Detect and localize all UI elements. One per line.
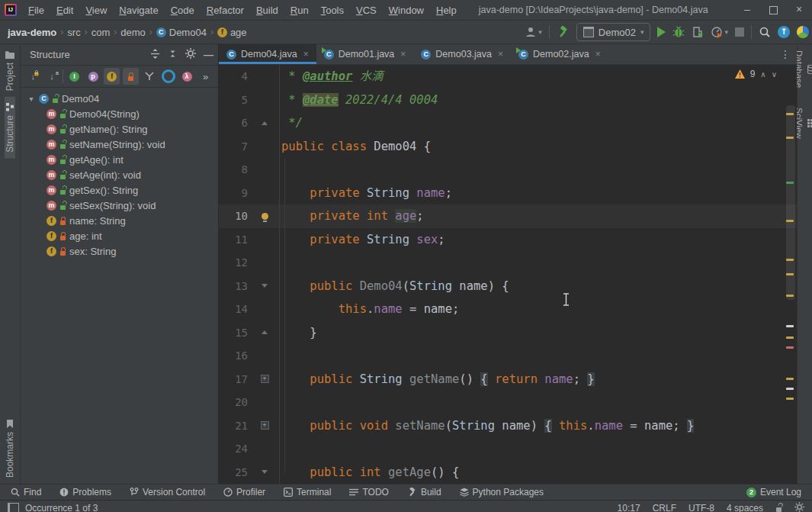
ok-mark[interactable] [786,182,794,184]
close-icon[interactable]: × [595,49,601,60]
caret-position[interactable]: 10:17 [618,503,640,512]
menu-run[interactable]: Run [285,3,314,18]
tab-demo01[interactable]: CDemo01.java× [316,44,414,64]
tool-button-build[interactable]: Build [407,487,441,498]
tree-item-method[interactable]: mgetSex(): String [21,182,218,198]
breadcrumb-demo[interactable]: demo [120,27,146,38]
breadcrumb-field[interactable]: fage [217,27,247,38]
tree-item-method[interactable]: msetSex(String): void [21,198,218,213]
intention-bulb-icon[interactable] [262,213,268,220]
fold-end-icon[interactable] [262,121,268,125]
build-project-button[interactable] [557,26,570,38]
show-fields-icon[interactable]: f [104,68,120,85]
code-with-me-sphere-icon[interactable] [797,26,809,38]
menu-navigate[interactable]: Navigate [114,3,163,18]
tool-button-event-log[interactable]: 2 Event Log [746,487,801,498]
sidebar-tab-database[interactable]: Database [794,50,812,88]
sidebar-tab-structure[interactable]: Structure [5,97,15,159]
warning-mark[interactable] [786,113,794,115]
close-icon[interactable]: × [400,49,406,60]
menu-window[interactable]: Window [384,3,429,18]
tool-button-version-control[interactable]: Version Control [130,487,205,498]
menu-help[interactable]: Help [431,3,462,18]
show-anonymous-icon[interactable] [142,68,158,85]
tree-item-field[interactable]: fsex: String [21,243,218,259]
tab-demo03[interactable]: CDemo03.java× [413,44,511,64]
tool-button-find[interactable]: Find [11,487,41,498]
tool-button-terminal[interactable]: Terminal [284,487,331,498]
settings-gear-icon[interactable] [185,48,196,61]
warning-mark[interactable] [786,137,794,139]
menu-refactor[interactable]: Refactor [201,3,249,18]
sidebar-tab-project[interactable]: Project [5,44,15,97]
profiler-button[interactable]: ▾ [711,26,728,38]
ide-update-icon[interactable]: ↑ [778,26,790,38]
menu-view[interactable]: View [80,3,112,18]
more-filters-icon[interactable]: » [197,68,213,85]
warning-mark[interactable] [786,295,794,297]
close-button[interactable]: × [786,1,812,19]
tree-item-method[interactable]: mgetAge(): int [21,152,218,167]
maximize-button[interactable] [760,1,786,19]
run-with-coverage-button[interactable] [692,26,704,38]
fold-expand-icon[interactable] [261,375,269,383]
warning-mark[interactable] [786,398,794,400]
tool-window-toggle-icon[interactable] [8,503,19,512]
close-icon[interactable]: × [303,49,309,60]
line-endings[interactable]: CRLF [653,503,676,512]
breadcrumb-project[interactable]: java-demo [8,27,56,38]
tree-item-method[interactable]: msetName(String): void [21,137,218,152]
tree-item-method[interactable]: msetAge(int): void [21,167,218,182]
warning-mark[interactable] [786,259,794,261]
field-mark[interactable] [786,346,794,349]
tab-options-kebab-icon[interactable]: ⋮ [774,44,797,64]
expand-all-icon[interactable] [150,49,160,61]
tool-button-profiler[interactable]: Profiler [223,487,265,498]
run-configuration-select[interactable]: Demo02 ▾ [576,23,651,41]
menu-file[interactable]: File [23,3,50,18]
show-inherited-icon[interactable]: I [66,68,82,85]
tab-demo02[interactable]: CDemo02.java× [511,44,608,64]
breadcrumb-class[interactable]: CDemo04 [156,27,207,38]
indent-setting[interactable]: 4 spaces [727,503,763,512]
fold-open-icon[interactable] [262,470,268,474]
breadcrumb-com[interactable]: com [91,27,111,38]
menu-tools[interactable]: Tools [316,3,349,18]
show-lambdas-pink-icon[interactable]: λ [179,68,195,85]
tool-button-problems[interactable]: Problems [59,487,111,498]
stop-button[interactable] [735,27,744,37]
sidebar-tab-bookmarks[interactable]: Bookmarks [5,414,15,484]
error-stripe[interactable] [783,65,797,484]
menu-build[interactable]: Build [251,3,284,18]
scrollbar-thumb[interactable] [786,105,795,300]
fold-end-icon[interactable] [262,330,268,334]
info-mark[interactable] [786,388,794,390]
show-lambdas-blue-icon[interactable] [160,68,176,85]
warning-mark[interactable] [786,337,794,339]
tree-item-method[interactable]: mDemo04(String) [21,106,218,121]
warning-mark[interactable] [786,273,794,275]
collapse-all-icon[interactable] [168,49,178,61]
next-problem-icon[interactable]: ∨ [772,70,777,79]
tree-item-field[interactable]: fage: int [21,228,218,243]
run-button[interactable] [657,27,666,37]
show-properties-icon[interactable]: p [85,68,101,85]
fold-open-icon[interactable] [262,284,268,288]
file-encoding[interactable]: UTF-8 [688,503,714,512]
user-account-button[interactable]: ▾ [525,26,542,38]
tool-button-todo[interactable]: TODO [349,487,388,498]
prev-problem-icon[interactable]: ∧ [760,70,765,79]
tree-item-class[interactable]: ▾CDemo04 [21,91,218,106]
menu-code[interactable]: Code [165,3,200,18]
breadcrumb-src[interactable]: src [67,27,80,38]
tool-button-python-packages[interactable]: Python Packages [460,487,544,498]
sidebar-tab-sciview[interactable]: SciView [794,108,812,139]
show-non-public-icon[interactable] [123,68,139,85]
warning-mark[interactable] [786,220,794,222]
menu-vcs[interactable]: VCS [351,3,382,18]
tree-item-method[interactable]: mgetName(): String [21,121,218,137]
tree-item-field[interactable]: fname: String [21,213,218,228]
debug-button[interactable] [672,26,685,38]
minimize-button[interactable]: – [734,1,760,19]
settings-gear-icon[interactable] [794,502,804,512]
